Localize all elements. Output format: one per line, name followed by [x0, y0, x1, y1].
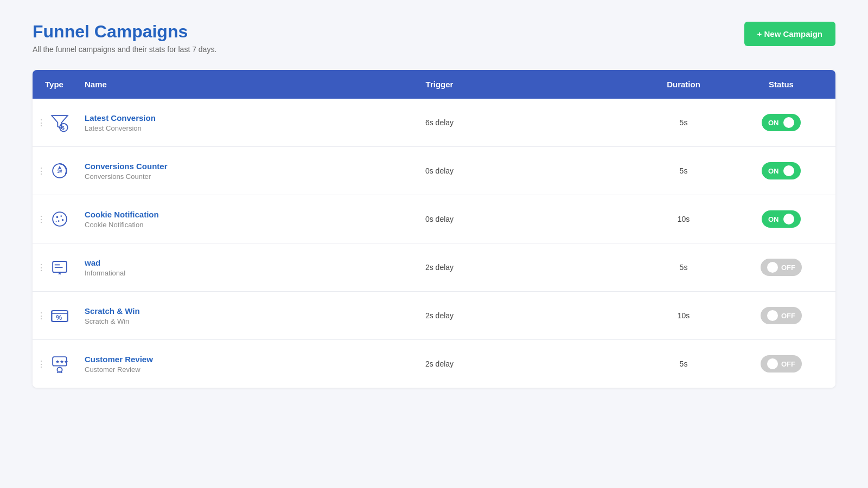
row-duration-cell: 5s — [640, 107, 727, 138]
table-header: Type Name Trigger Duration Status — [33, 70, 835, 99]
campaign-title[interactable]: Conversions Counter — [85, 162, 230, 171]
row-duration-cell: 10s — [640, 204, 727, 234]
campaign-subtitle: Informational — [85, 269, 230, 277]
row-status-cell: OFF — [727, 344, 835, 383]
toggle-label: ON — [768, 215, 779, 223]
informational-icon — [48, 255, 72, 279]
campaign-title[interactable]: Cookie Notification — [85, 210, 230, 219]
toggle-circle — [767, 310, 778, 321]
table-row: ⋮ Cookie Notification Cookie Notificatio… — [33, 195, 835, 243]
page-header: Funnel Campaigns All the funnel campaign… — [33, 22, 835, 54]
campaign-title[interactable]: wad — [85, 258, 230, 267]
toggle-circle — [783, 117, 794, 128]
page-subtitle: All the funnel campaigns and their stats… — [33, 45, 216, 54]
row-type-cell: ⋮ — [33, 195, 76, 243]
row-trigger-cell: 2s delay — [239, 349, 640, 379]
col-header-type: Type — [33, 70, 76, 99]
status-toggle[interactable]: ON — [762, 162, 801, 179]
row-status-cell: ON — [727, 103, 835, 142]
table-row: ⋮ % Scratch & Win Scratch & Win 2s delay… — [33, 292, 835, 340]
row-type-cell: ⋮ % — [33, 292, 76, 339]
row-duration-cell: 5s — [640, 252, 727, 282]
campaign-title[interactable]: Customer Review — [85, 355, 230, 364]
campaign-subtitle: Latest Conversion — [85, 124, 230, 132]
campaign-icon-wrapper: $ — [48, 110, 72, 136]
row-trigger-cell: 2s delay — [239, 252, 640, 282]
customer-review-icon: ★★★ — [48, 352, 72, 376]
campaign-subtitle: Conversions Counter — [85, 172, 230, 181]
status-toggle[interactable]: ON — [762, 210, 801, 228]
status-toggle[interactable]: OFF — [761, 259, 802, 276]
col-header-trigger: Trigger — [239, 70, 640, 99]
row-duration-cell: 5s — [640, 156, 727, 186]
row-name-cell: wad Informational — [76, 247, 239, 288]
svg-text:3×: 3× — [57, 169, 62, 174]
status-toggle[interactable]: ON — [762, 114, 801, 131]
row-type-cell: ⋮ 3× — [33, 147, 76, 195]
campaign-subtitle: Scratch & Win — [85, 317, 230, 325]
campaign-icon-wrapper: % — [48, 303, 72, 329]
row-type-cell: ⋮ $ — [33, 99, 76, 146]
toggle-label: ON — [768, 119, 779, 127]
page-title: Funnel Campaigns — [33, 22, 216, 42]
campaigns-table: Type Name Trigger Duration Status ⋮ $ La… — [33, 70, 835, 388]
new-campaign-button[interactable]: + New Campaign — [744, 22, 835, 46]
svg-point-5 — [53, 212, 67, 226]
col-header-duration: Duration — [640, 70, 727, 99]
row-trigger-cell: 0s delay — [239, 156, 640, 186]
funnel-conversion-icon: $ — [48, 111, 72, 134]
row-trigger-cell: 6s delay — [239, 107, 640, 138]
toggle-label: ON — [768, 167, 779, 175]
drag-handle-icon[interactable]: ⋮ — [37, 262, 44, 273]
conversions-counter-icon: 3× — [48, 159, 72, 183]
table-row: ⋮ 3× Conversions Counter Conversions Cou… — [33, 147, 835, 195]
svg-point-9 — [62, 219, 64, 221]
cookie-icon — [48, 207, 72, 231]
col-header-name: Name — [76, 70, 239, 99]
campaign-title[interactable]: Scratch & Win — [85, 306, 230, 316]
campaign-subtitle: Cookie Notification — [85, 221, 230, 229]
status-toggle[interactable]: OFF — [761, 355, 802, 373]
drag-handle-icon[interactable]: ⋮ — [37, 166, 44, 176]
drag-handle-icon[interactable]: ⋮ — [37, 118, 44, 128]
toggle-circle — [783, 165, 794, 176]
row-status-cell: ON — [727, 200, 835, 239]
svg-text:★★★: ★★★ — [55, 359, 68, 364]
toggle-label: OFF — [781, 264, 795, 272]
drag-handle-icon[interactable]: ⋮ — [37, 311, 44, 321]
campaign-icon-wrapper — [48, 206, 72, 232]
scratch-win-icon: % — [48, 304, 72, 328]
row-status-cell: OFF — [727, 296, 835, 335]
row-trigger-cell: 0s delay — [239, 204, 640, 234]
campaign-icon-wrapper: ★★★ — [48, 351, 72, 377]
svg-point-6 — [56, 216, 59, 219]
status-toggle[interactable]: OFF — [761, 307, 802, 324]
row-type-cell: ⋮ — [33, 243, 76, 291]
row-status-cell: OFF — [727, 248, 835, 287]
svg-point-10 — [56, 221, 57, 222]
campaign-icon-wrapper: 3× — [48, 158, 72, 184]
header-text: Funnel Campaigns All the funnel campaign… — [33, 22, 216, 54]
toggle-circle — [767, 262, 778, 273]
row-duration-cell: 10s — [640, 300, 727, 331]
row-trigger-cell: 2s delay — [239, 300, 640, 331]
drag-handle-icon[interactable]: ⋮ — [37, 359, 44, 369]
toggle-label: OFF — [781, 360, 795, 368]
row-type-cell: ⋮ ★★★ — [33, 340, 76, 388]
campaign-icon-wrapper — [48, 254, 72, 280]
toggle-circle — [783, 214, 794, 224]
table-row: ⋮ wad Informational 2s delay 5s OFF — [33, 243, 835, 292]
drag-handle-icon[interactable]: ⋮ — [37, 214, 44, 224]
col-header-status: Status — [727, 70, 835, 99]
row-name-cell: Customer Review Customer Review — [76, 344, 239, 384]
toggle-circle — [767, 358, 778, 369]
svg-point-8 — [58, 220, 60, 222]
row-name-cell: Latest Conversion Latest Conversion — [76, 102, 239, 143]
campaign-subtitle: Customer Review — [85, 365, 230, 374]
svg-point-7 — [60, 215, 62, 217]
campaign-title[interactable]: Latest Conversion — [85, 113, 230, 123]
svg-text:$: $ — [62, 125, 65, 131]
table-row: ⋮ $ Latest Conversion Latest Conversion … — [33, 99, 835, 147]
row-duration-cell: 5s — [640, 349, 727, 379]
svg-rect-11 — [53, 261, 67, 272]
